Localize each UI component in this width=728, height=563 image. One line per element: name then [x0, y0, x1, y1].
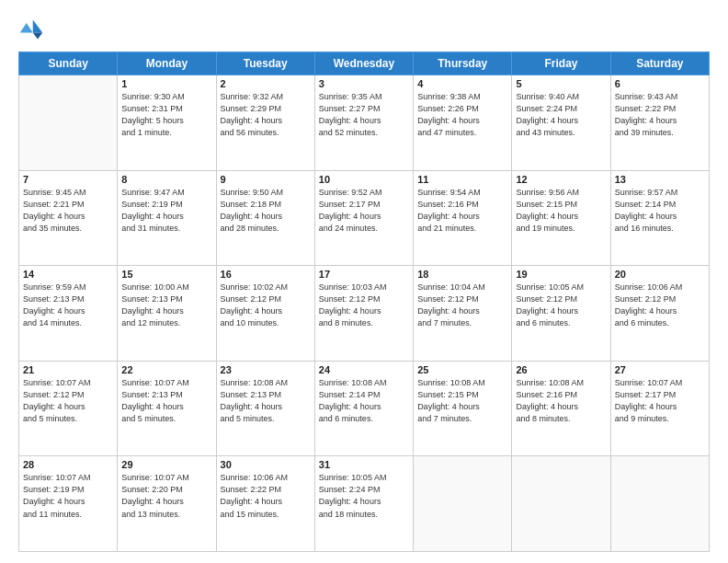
- day-number: 3: [319, 78, 409, 89]
- day-info: Sunrise: 10:07 AM Sunset: 2:20 PM Daylig…: [121, 472, 211, 520]
- calendar-cell: 28Sunrise: 10:07 AM Sunset: 2:19 PM Dayl…: [19, 456, 118, 552]
- day-info: Sunrise: 9:56 AM Sunset: 2:15 PM Dayligh…: [516, 187, 606, 235]
- svg-marker-1: [33, 33, 43, 40]
- calendar-week-3: 14Sunrise: 9:59 AM Sunset: 2:13 PM Dayli…: [19, 266, 710, 362]
- calendar-week-2: 7Sunrise: 9:45 AM Sunset: 2:21 PM Daylig…: [19, 170, 710, 266]
- calendar-cell: 6Sunrise: 9:43 AM Sunset: 2:22 PM Daylig…: [610, 75, 709, 171]
- day-info: Sunrise: 10:07 AM Sunset: 2:12 PM Daylig…: [23, 377, 113, 425]
- day-number: 31: [319, 459, 409, 470]
- day-number: 14: [23, 269, 113, 280]
- day-info: Sunrise: 10:05 AM Sunset: 2:24 PM Daylig…: [319, 472, 409, 520]
- logo: [18, 17, 48, 42]
- calendar-week-5: 28Sunrise: 10:07 AM Sunset: 2:19 PM Dayl…: [19, 456, 710, 552]
- calendar-week-1: 1Sunrise: 9:30 AM Sunset: 2:31 PM Daylig…: [19, 75, 710, 171]
- calendar-cell: 31Sunrise: 10:05 AM Sunset: 2:24 PM Dayl…: [314, 456, 413, 552]
- day-info: Sunrise: 10:06 AM Sunset: 2:12 PM Daylig…: [615, 282, 705, 329]
- day-number: 17: [319, 269, 409, 280]
- calendar-cell: [610, 456, 709, 552]
- day-info: Sunrise: 10:08 AM Sunset: 2:13 PM Daylig…: [221, 377, 311, 425]
- day-number: 11: [417, 174, 507, 185]
- weekday-header-friday: Friday: [512, 52, 610, 75]
- svg-marker-2: [20, 23, 33, 33]
- calendar-cell: 29Sunrise: 10:07 AM Sunset: 2:20 PM Dayl…: [118, 456, 216, 552]
- day-info: Sunrise: 9:45 AM Sunset: 2:21 PM Dayligh…: [23, 187, 113, 235]
- day-number: 21: [23, 364, 113, 375]
- day-number: 6: [615, 78, 705, 89]
- day-info: Sunrise: 10:08 AM Sunset: 2:16 PM Daylig…: [516, 377, 606, 425]
- day-info: Sunrise: 9:54 AM Sunset: 2:16 PM Dayligh…: [417, 187, 507, 235]
- calendar: SundayMondayTuesdayWednesdayThursdayFrid…: [18, 52, 710, 552]
- day-number: 5: [516, 78, 606, 89]
- calendar-body: 1Sunrise: 9:30 AM Sunset: 2:31 PM Daylig…: [19, 75, 710, 552]
- svg-marker-0: [33, 20, 43, 33]
- page: SundayMondayTuesdayWednesdayThursdayFrid…: [0, 0, 728, 563]
- day-info: Sunrise: 10:05 AM Sunset: 2:12 PM Daylig…: [516, 282, 606, 329]
- calendar-cell: 23Sunrise: 10:08 AM Sunset: 2:13 PM Dayl…: [216, 361, 314, 456]
- calendar-cell: 22Sunrise: 10:07 AM Sunset: 2:13 PM Dayl…: [118, 361, 216, 456]
- calendar-header: SundayMondayTuesdayWednesdayThursdayFrid…: [19, 52, 710, 75]
- day-number: 13: [615, 174, 705, 185]
- logo-icon: [18, 17, 44, 42]
- day-number: 22: [121, 364, 211, 375]
- day-number: 27: [615, 364, 705, 375]
- calendar-cell: 18Sunrise: 10:04 AM Sunset: 2:12 PM Dayl…: [414, 266, 512, 362]
- day-number: 23: [221, 364, 311, 375]
- day-number: 20: [615, 269, 705, 280]
- day-info: Sunrise: 9:50 AM Sunset: 2:18 PM Dayligh…: [221, 187, 311, 235]
- day-number: 9: [221, 174, 311, 185]
- day-info: Sunrise: 9:30 AM Sunset: 2:31 PM Dayligh…: [121, 91, 211, 139]
- header: [18, 17, 710, 42]
- calendar-cell: 11Sunrise: 9:54 AM Sunset: 2:16 PM Dayli…: [414, 170, 512, 266]
- day-info: Sunrise: 10:03 AM Sunset: 2:12 PM Daylig…: [319, 282, 409, 329]
- day-info: Sunrise: 9:57 AM Sunset: 2:14 PM Dayligh…: [615, 187, 705, 235]
- calendar-cell: 24Sunrise: 10:08 AM Sunset: 2:14 PM Dayl…: [314, 361, 413, 456]
- calendar-cell: [414, 456, 512, 552]
- calendar-cell: 21Sunrise: 10:07 AM Sunset: 2:12 PM Dayl…: [19, 361, 118, 456]
- day-number: 25: [417, 364, 507, 375]
- weekday-row: SundayMondayTuesdayWednesdayThursdayFrid…: [19, 52, 710, 75]
- day-info: Sunrise: 9:47 AM Sunset: 2:19 PM Dayligh…: [121, 187, 211, 235]
- day-info: Sunrise: 9:52 AM Sunset: 2:17 PM Dayligh…: [319, 187, 409, 235]
- calendar-cell: 8Sunrise: 9:47 AM Sunset: 2:19 PM Daylig…: [118, 170, 216, 266]
- calendar-cell: 14Sunrise: 9:59 AM Sunset: 2:13 PM Dayli…: [19, 266, 118, 362]
- day-info: Sunrise: 10:08 AM Sunset: 2:15 PM Daylig…: [417, 377, 507, 425]
- day-number: 29: [121, 459, 211, 470]
- calendar-cell: 4Sunrise: 9:38 AM Sunset: 2:26 PM Daylig…: [414, 75, 512, 171]
- calendar-cell: 1Sunrise: 9:30 AM Sunset: 2:31 PM Daylig…: [118, 75, 216, 171]
- weekday-header-tuesday: Tuesday: [216, 52, 314, 75]
- day-info: Sunrise: 9:43 AM Sunset: 2:22 PM Dayligh…: [615, 91, 705, 139]
- calendar-cell: 2Sunrise: 9:32 AM Sunset: 2:29 PM Daylig…: [216, 75, 314, 171]
- day-info: Sunrise: 10:00 AM Sunset: 2:13 PM Daylig…: [121, 282, 211, 329]
- calendar-cell: 10Sunrise: 9:52 AM Sunset: 2:17 PM Dayli…: [314, 170, 413, 266]
- calendar-cell: 20Sunrise: 10:06 AM Sunset: 2:12 PM Dayl…: [610, 266, 709, 362]
- day-number: 1: [121, 78, 211, 89]
- day-number: 24: [319, 364, 409, 375]
- calendar-cell: 27Sunrise: 10:07 AM Sunset: 2:17 PM Dayl…: [610, 361, 709, 456]
- day-info: Sunrise: 10:07 AM Sunset: 2:13 PM Daylig…: [121, 377, 211, 425]
- day-info: Sunrise: 10:04 AM Sunset: 2:12 PM Daylig…: [417, 282, 507, 329]
- day-number: 12: [516, 174, 606, 185]
- day-info: Sunrise: 9:40 AM Sunset: 2:24 PM Dayligh…: [516, 91, 606, 139]
- calendar-week-4: 21Sunrise: 10:07 AM Sunset: 2:12 PM Dayl…: [19, 361, 710, 456]
- calendar-cell: 12Sunrise: 9:56 AM Sunset: 2:15 PM Dayli…: [512, 170, 610, 266]
- calendar-cell: 17Sunrise: 10:03 AM Sunset: 2:12 PM Dayl…: [314, 266, 413, 362]
- day-number: 7: [23, 174, 113, 185]
- calendar-cell: 26Sunrise: 10:08 AM Sunset: 2:16 PM Dayl…: [512, 361, 610, 456]
- calendar-cell: 15Sunrise: 10:00 AM Sunset: 2:13 PM Dayl…: [118, 266, 216, 362]
- weekday-header-wednesday: Wednesday: [314, 52, 413, 75]
- calendar-cell: 9Sunrise: 9:50 AM Sunset: 2:18 PM Daylig…: [216, 170, 314, 266]
- calendar-cell: 5Sunrise: 9:40 AM Sunset: 2:24 PM Daylig…: [512, 75, 610, 171]
- weekday-header-sunday: Sunday: [19, 52, 118, 75]
- day-number: 15: [121, 269, 211, 280]
- calendar-cell: [19, 75, 118, 171]
- day-info: Sunrise: 10:06 AM Sunset: 2:22 PM Daylig…: [221, 472, 311, 520]
- calendar-cell: 3Sunrise: 9:35 AM Sunset: 2:27 PM Daylig…: [314, 75, 413, 171]
- day-number: 16: [221, 269, 311, 280]
- day-info: Sunrise: 9:35 AM Sunset: 2:27 PM Dayligh…: [319, 91, 409, 139]
- day-number: 19: [516, 269, 606, 280]
- day-info: Sunrise: 10:07 AM Sunset: 2:19 PM Daylig…: [23, 472, 113, 520]
- day-info: Sunrise: 10:07 AM Sunset: 2:17 PM Daylig…: [615, 377, 705, 425]
- day-number: 2: [221, 78, 311, 89]
- day-number: 4: [417, 78, 507, 89]
- calendar-cell: 19Sunrise: 10:05 AM Sunset: 2:12 PM Dayl…: [512, 266, 610, 362]
